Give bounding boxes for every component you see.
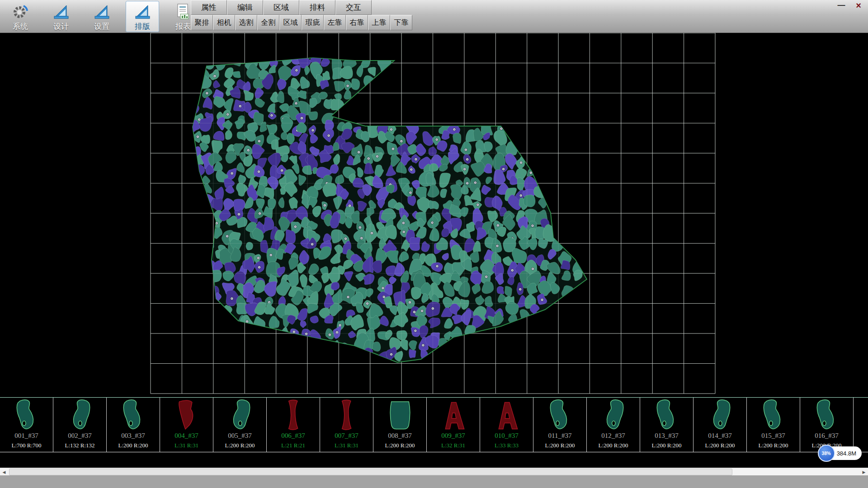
horizontal-scrollbar[interactable]: ◀ ▶ <box>0 468 868 475</box>
piece-thumbnail-icon <box>810 399 844 432</box>
piece-name: 016_#37 <box>800 432 853 440</box>
thumbnail-cell[interactable]: 004_#37L:31 R:31 <box>160 398 213 452</box>
piece-name: 004_#37 <box>160 432 213 440</box>
menu-tab[interactable]: 排料 <box>299 0 335 15</box>
piece-lr-counts: L:200 R:200 <box>587 442 640 449</box>
tool-button[interactable]: 聚排 <box>191 15 213 30</box>
tool-button[interactable]: 区域 <box>279 15 302 30</box>
thumbnail-cell[interactable]: 002_#37L:132 R:132 <box>53 398 107 452</box>
nav-label: 设置 <box>94 21 109 32</box>
tool-button[interactable]: 全割 <box>257 15 279 30</box>
minimize-button[interactable]: — <box>835 1 847 10</box>
piece-lr-counts: L:21 R:21 <box>267 442 320 449</box>
window-controls: — × <box>835 1 864 10</box>
scroll-left-arrow-icon[interactable]: ◀ <box>0 468 8 476</box>
menu-stack: 属性编辑区域排料交互 聚排相机选割全割区域瑕疵左靠右靠上靠下靠 <box>191 0 412 30</box>
thumbnail-cell[interactable]: 005_#37L:200 R:200 <box>213 398 267 452</box>
nav-label: 设计 <box>53 21 69 32</box>
tool-button[interactable]: 右靠 <box>346 15 368 30</box>
piece-lr-counts: L:31 R:31 <box>160 442 213 449</box>
piece-name: 006_#37 <box>267 432 320 440</box>
thumbnail-cell[interactable]: 009_#37L:32 R:31 <box>427 398 480 452</box>
piece-lr-counts: L:200 R:200 <box>693 442 746 449</box>
thumbnail-cell[interactable]: 015_#37L:200 R:200 <box>747 398 800 452</box>
nav-design[interactable]: 设计 <box>44 1 78 32</box>
report-icon <box>174 3 193 21</box>
piece-thumbnail-icon <box>277 399 310 432</box>
thumbnail-cell[interactable]: 010_#37L:33 R:33 <box>480 398 533 452</box>
piece-name: 014_#37 <box>693 432 746 440</box>
tool-button[interactable]: 相机 <box>213 15 235 30</box>
piece-thumbnail-icon <box>63 399 97 432</box>
nav-nesting[interactable]: 排版 <box>126 1 159 32</box>
tool-button[interactable]: 上靠 <box>368 15 390 30</box>
piece-thumbnail-icon <box>597 399 630 432</box>
design-icon <box>52 3 71 21</box>
piece-name: 009_#37 <box>427 432 480 440</box>
thumbnail-cell[interactable]: 016_#37L:200 R:200 <box>800 398 854 452</box>
nav-settings[interactable]: 设置 <box>85 1 118 32</box>
thumbnail-cell[interactable]: 013_#37L:200 R:200 <box>640 398 693 452</box>
piece-name: 015_#37 <box>747 432 800 440</box>
nav-system[interactable]: 系统 <box>4 1 37 32</box>
menu-tab-row: 属性编辑区域排料交互 <box>191 0 412 15</box>
tool-button[interactable]: 瑕疵 <box>302 15 324 30</box>
piece-lr-counts: L:200 R:200 <box>373 442 426 449</box>
close-button[interactable]: × <box>853 1 864 10</box>
thumbnail-cell[interactable]: 014_#37L:200 R:200 <box>693 398 747 452</box>
piece-thumbnail-icon <box>490 399 524 432</box>
piece-name: 010_#37 <box>480 432 533 440</box>
piece-lr-counts: L:31 R:31 <box>320 442 373 449</box>
piece-thumbnail-icon <box>330 399 363 432</box>
piece-thumbnail-icon <box>703 399 737 432</box>
piece-thumbnail-icon <box>543 399 577 432</box>
piece-lr-counts: L:700 R:700 <box>0 442 53 449</box>
top-toolbar: 系统 设计 设置 排版 <box>0 0 868 33</box>
piece-thumbnail-icon <box>757 399 790 432</box>
piece-thumbnail-icon <box>170 399 203 432</box>
nav-label: 系统 <box>13 21 28 32</box>
piece-thumbnail-icon <box>383 399 417 432</box>
piece-name: 013_#37 <box>640 432 693 440</box>
menu-tab[interactable]: 区域 <box>263 0 299 15</box>
thumbnail-cell[interactable]: 012_#37L:200 R:200 <box>587 398 640 452</box>
nav-label: 排版 <box>135 21 150 32</box>
progress-circle: 38% <box>818 445 835 462</box>
nav-label: 报表 <box>175 21 191 32</box>
piece-name: 007_#37 <box>320 432 373 440</box>
thumbnail-cell[interactable]: 008_#37L:200 R:200 <box>373 398 427 452</box>
piece-name: 008_#37 <box>373 432 426 440</box>
piece-thumbnail-icon <box>223 399 257 432</box>
menu-tab[interactable]: 交互 <box>335 0 372 15</box>
tool-button-row: 聚排相机选割全割区域瑕疵左靠右靠上靠下靠 <box>191 15 412 30</box>
tool-button[interactable]: 下靠 <box>390 15 412 30</box>
thumbnail-cell[interactable]: 001_#37L:700 R:700 <box>0 398 53 452</box>
piece-thumbnail-icon <box>117 399 150 432</box>
piece-name: 003_#37 <box>107 432 160 440</box>
piece-lr-counts: L:200 R:200 <box>213 442 266 449</box>
main-nav: 系统 设计 设置 排版 <box>4 1 200 32</box>
menu-tab[interactable]: 编辑 <box>227 0 263 15</box>
scrollbar-thumb[interactable] <box>9 469 732 475</box>
bottom-filler <box>0 475 868 488</box>
thumbnail-cell[interactable]: 011_#37L:200 R:200 <box>533 398 587 452</box>
thumbnail-cell[interactable]: 003_#37L:200 R:200 <box>107 398 160 452</box>
tool-button[interactable]: 左靠 <box>324 15 346 30</box>
piece-lr-counts: L:200 R:200 <box>747 442 800 449</box>
thumbnail-cell[interactable]: 006_#37L:21 R:21 <box>267 398 320 452</box>
thumbnail-cell[interactable]: 007_#37L:31 R:31 <box>320 398 373 452</box>
piece-lr-counts: L:200 R:200 <box>533 442 586 449</box>
memory-usage-badge: 38% 384.8M <box>820 446 862 460</box>
piece-thumbnail-icon <box>437 399 470 432</box>
tool-button[interactable]: 选割 <box>235 15 257 30</box>
scroll-right-arrow-icon[interactable]: ▶ <box>860 468 868 476</box>
piece-thumbnail-icon <box>650 399 684 432</box>
nesting-canvas[interactable] <box>0 33 868 397</box>
piece-lr-counts: L:132 R:132 <box>53 442 106 449</box>
piece-name: 011_#37 <box>533 432 586 440</box>
nesting-icon <box>133 3 152 21</box>
piece-lr-counts: L:33 R:33 <box>480 442 533 449</box>
piece-name: 005_#37 <box>213 432 266 440</box>
menu-tab[interactable]: 属性 <box>191 0 227 15</box>
memory-usage-label: 384.8M <box>837 450 856 457</box>
